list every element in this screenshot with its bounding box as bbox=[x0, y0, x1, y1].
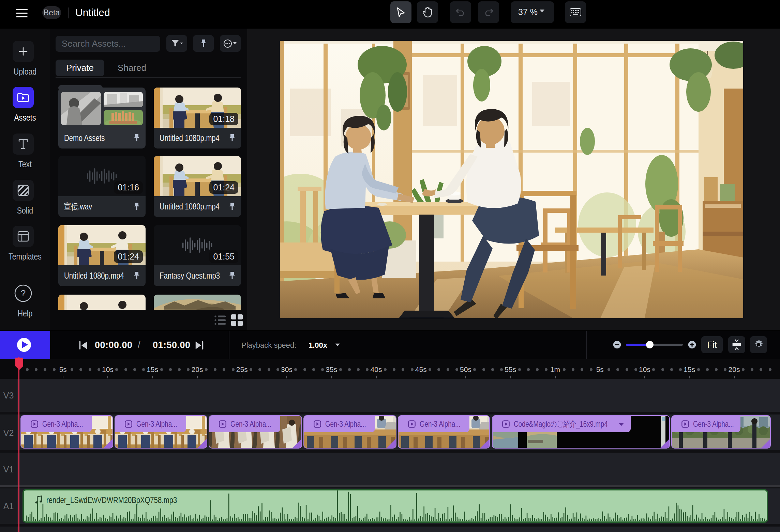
svg-text:?: ? bbox=[21, 288, 26, 298]
